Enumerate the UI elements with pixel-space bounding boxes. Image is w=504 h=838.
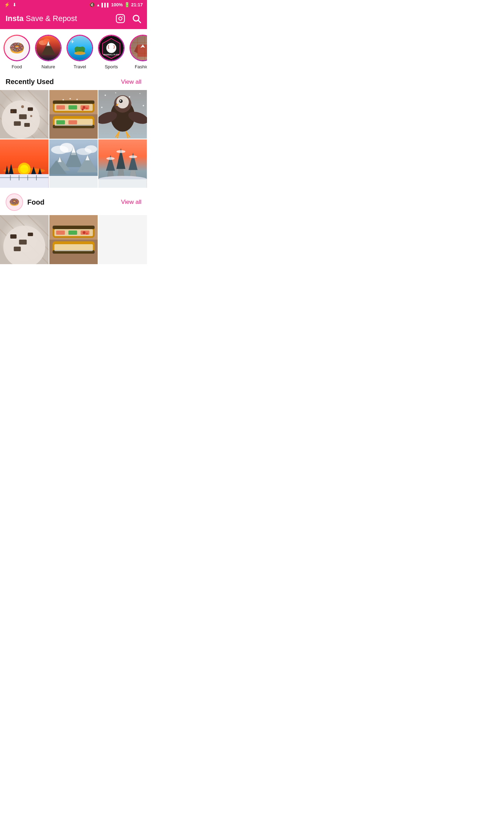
signal-icon: ▌▌▌ — [102, 3, 110, 7]
recently-used-title: Recently Used — [6, 78, 54, 86]
svg-rect-42 — [19, 114, 27, 119]
svg-point-75 — [143, 105, 144, 107]
food-section-title: Food — [27, 198, 44, 206]
svg-point-106 — [85, 145, 97, 153]
header-icons — [115, 14, 141, 23]
app-header: Insta Save & Repost — [0, 9, 147, 29]
category-fashion-label: Fashion — [135, 64, 147, 69]
svg-rect-43 — [28, 108, 33, 111]
recently-used-grid — [0, 90, 147, 188]
download-icon: ⬇ — [13, 2, 16, 7]
svg-rect-59 — [68, 105, 77, 110]
svg-rect-62 — [68, 120, 77, 124]
svg-point-127 — [117, 150, 126, 153]
svg-point-68 — [82, 108, 84, 110]
recently-used-header: Recently Used View all — [0, 72, 147, 90]
food-view-all[interactable]: View all — [121, 199, 141, 206]
svg-rect-115 — [49, 176, 98, 188]
svg-point-13 — [75, 47, 80, 51]
svg-point-80 — [120, 100, 121, 102]
categories-row: 🍩 Food — [0, 29, 147, 72]
category-travel[interactable]: ✈ Travel — [66, 35, 94, 69]
status-left-icons: ⚡ ⬇ — [4, 2, 16, 7]
svg-point-152 — [83, 231, 85, 234]
search-button[interactable] — [132, 14, 141, 23]
svg-point-73 — [140, 93, 141, 94]
category-sports[interactable]: BASEBALL PLAYS Sports — [97, 35, 125, 69]
category-fashion[interactable]: Fashion — [129, 35, 147, 69]
svg-point-67 — [86, 108, 88, 110]
svg-point-70 — [105, 95, 106, 96]
usb-icon: ⚡ — [4, 2, 10, 7]
svg-point-128 — [129, 155, 137, 158]
category-food-circle: 🍩 — [4, 35, 30, 61]
battery-icon: 🔋 — [124, 2, 130, 7]
svg-point-72 — [129, 96, 130, 98]
grid-cell-mountains[interactable] — [49, 139, 98, 188]
svg-line-4 — [138, 20, 140, 22]
svg-rect-58 — [56, 105, 65, 110]
app-title: Insta Save & Repost — [6, 14, 77, 23]
recently-used-view-all[interactable]: View all — [121, 78, 141, 85]
category-nature-label: Nature — [41, 64, 55, 69]
svg-point-153 — [86, 233, 88, 235]
mute-icon: 🔇 — [89, 2, 95, 7]
food-grid-cell-2[interactable] — [49, 215, 98, 264]
svg-rect-138 — [19, 240, 27, 245]
title-normal: Save & Repost — [23, 14, 77, 23]
svg-rect-150 — [68, 231, 77, 235]
svg-rect-45 — [24, 123, 30, 127]
category-sports-circle: BASEBALL PLAYS — [98, 35, 125, 61]
svg-rect-54 — [53, 101, 94, 104]
food-grid-cell-3 — [98, 215, 147, 264]
instagram-button[interactable] — [115, 14, 125, 23]
title-bold: Insta — [6, 14, 23, 23]
svg-text:BASEBALL PLAYS: BASEBALL PLAYS — [104, 54, 119, 56]
svg-rect-130 — [98, 179, 147, 188]
svg-point-126 — [106, 157, 115, 160]
food-grid-cell-1[interactable] — [0, 215, 49, 264]
svg-rect-61 — [56, 120, 65, 124]
svg-point-40 — [2, 101, 40, 139]
category-nature-circle — [35, 35, 62, 61]
svg-point-78 — [117, 96, 129, 109]
svg-point-104 — [59, 143, 74, 153]
category-food[interactable]: 🍩 Food — [3, 35, 31, 69]
time-display: 21:17 — [131, 2, 143, 7]
battery-percent: 100% — [111, 2, 123, 7]
category-sports-label: Sports — [105, 64, 118, 69]
svg-point-66 — [83, 106, 85, 109]
category-nature[interactable]: Nature — [34, 35, 62, 69]
category-fashion-circle — [130, 35, 147, 61]
category-food-label: Food — [12, 64, 22, 69]
svg-rect-149 — [56, 231, 65, 235]
grid-cell-sushi[interactable] — [49, 90, 98, 139]
svg-point-1 — [119, 17, 122, 20]
svg-point-47 — [21, 105, 24, 108]
svg-point-74 — [101, 107, 103, 108]
grid-cell-snowy-trees[interactable] — [98, 139, 147, 188]
svg-point-15 — [74, 51, 85, 55]
svg-rect-92 — [0, 174, 49, 188]
grid-cell-winter-sunset[interactable] — [0, 139, 49, 188]
svg-rect-0 — [116, 14, 124, 22]
food-section-left: 🍩 Food — [6, 193, 44, 211]
food-section-icon: 🍩 — [6, 193, 23, 211]
svg-rect-44 — [14, 121, 21, 126]
svg-rect-145 — [52, 226, 94, 229]
food-section-header: 🍩 Food View all — [0, 188, 147, 215]
svg-point-19 — [106, 43, 116, 53]
svg-point-2 — [122, 16, 123, 16]
svg-point-48 — [30, 115, 32, 117]
grid-cell-ice-cream[interactable] — [0, 90, 49, 139]
svg-rect-148 — [54, 244, 93, 251]
grid-cell-eagle[interactable] — [98, 90, 147, 139]
svg-rect-140 — [14, 247, 21, 251]
category-travel-label: Travel — [74, 64, 86, 69]
svg-point-14 — [79, 47, 85, 51]
svg-point-63 — [62, 99, 64, 101]
svg-point-71 — [115, 92, 116, 93]
svg-rect-139 — [28, 233, 33, 236]
status-bar: ⚡ ⬇ 🔇 ▲ ▌▌▌ 100% 🔋 21:17 — [0, 0, 147, 9]
svg-point-65 — [76, 99, 78, 100]
